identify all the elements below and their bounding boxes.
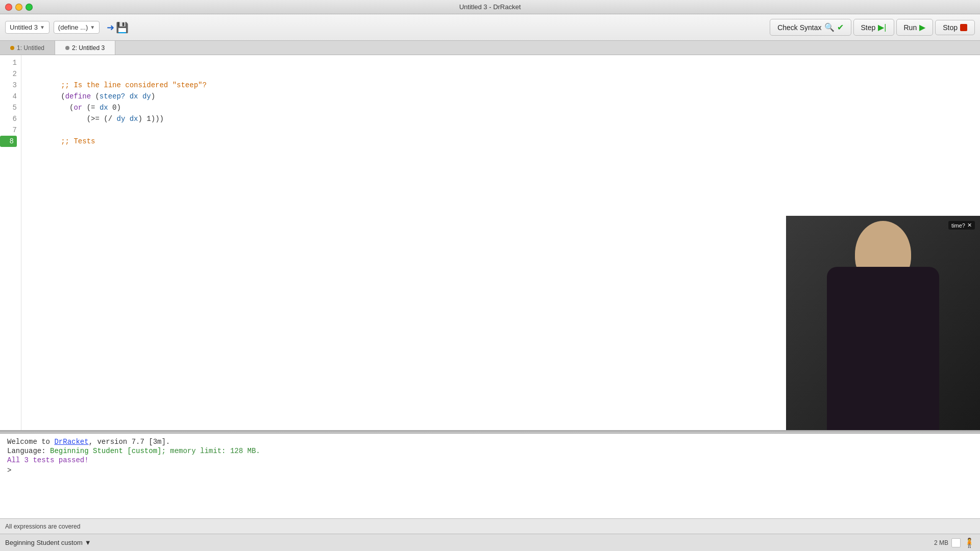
toolbar-right: Check Syntax 🔍 ✔ Step ▶| Run ▶ Stop [770,19,975,36]
language-dropdown-arrow-icon: ▼ [85,539,91,546]
memory-value: 2 MB [934,539,948,546]
line-num-8: 8 [0,136,17,147]
status-bar: All expressions are covered [0,518,980,534]
define-dropdown[interactable]: (define ...) ▼ [54,21,100,34]
language-prefix: Language: [7,447,50,455]
arrow-icon: ➜ [107,22,114,33]
window-controls [5,4,33,11]
repl-area[interactable]: Welcome to DrRacket, version 7.7 [3m]. L… [0,434,980,518]
memory-box-icon [951,538,961,547]
line-num-2: 2 [0,68,17,80]
code-line-8 [27,136,975,147]
file-dropdown[interactable]: Untitled 3 ▼ [5,21,50,34]
video-person [786,216,980,430]
line-num-1: 1 [0,57,17,68]
line-num-7: 7 [0,124,17,136]
bottom-panel: Welcome to DrRacket, version 7.7 [3m]. L… [0,434,980,551]
magnify-icon: 🔍 [824,22,835,32]
line-num-6: 6 [0,113,17,124]
tab2-label: 2: Untitled 3 [72,44,105,52]
stop-square-icon [960,24,967,31]
maximize-button[interactable] [26,4,33,11]
covered-text: All expressions are covered [5,523,975,530]
define-dropdown-arrow-icon: ▼ [90,24,95,30]
step-play-icon: ▶| [878,22,886,32]
editor-area[interactable]: 1 2 3 4 5 6 7 8 ;; Is the line considere… [0,55,980,431]
check-syntax-label: Check Syntax [777,23,821,32]
repl-prompt: > [7,466,973,474]
language-dropdown[interactable]: Beginning Student custom ▼ [5,539,91,546]
close-video-icon[interactable]: ✕ [967,222,972,229]
step-label: Step [861,23,876,32]
code-line-5: (>= (/ dy dx) 1))) [27,102,975,113]
drracket-link[interactable]: DrRacket [54,438,88,446]
check-icon: ✔ [837,22,844,32]
close-button[interactable] [5,4,12,11]
line-num-3: 3 [0,80,17,91]
language-dropdown-label: Beginning Student custom [5,539,83,546]
line-num-4: 4 [0,91,17,102]
run-label: Run [904,23,917,32]
tab1-dot-icon [10,46,14,50]
code-line-7: ;; Tests [27,124,975,136]
define-dropdown-label: (define ...) [58,23,88,31]
tab1-label: 1: Untitled [17,44,44,52]
stop-button[interactable]: Stop [935,20,975,35]
save-button[interactable]: ➜ 💾 [104,19,132,36]
code-line-2: ;; Is the line considered "steep"? [27,68,975,80]
disk-icon: 💾 [116,21,129,34]
line-num-5: 5 [0,102,17,113]
video-time-overlay: time? ✕ [948,221,975,230]
window-title: Untitled 3 - DrRacket [459,3,521,11]
welcome-prefix: Welcome to [7,438,54,446]
title-bar: Untitled 3 - DrRacket [0,0,980,14]
language-name: Beginning Student [custom] [50,447,161,455]
stop-label: Stop [943,23,958,32]
check-syntax-button[interactable]: Check Syntax 🔍 ✔ [770,19,851,36]
run-button[interactable]: Run ▶ [896,19,934,36]
run-play-icon: ▶ [919,22,925,32]
tab-2[interactable]: 2: Untitled 3 [55,41,115,55]
toolbar: Untitled 3 ▼ (define ...) ▼ ➜ 💾 Check Sy… [0,14,980,41]
comment-1: ;; Is the line considered "steep"? [61,81,207,89]
bottom-toolbar: Beginning Student custom ▼ 2 MB 🧍 [0,534,980,551]
step-button[interactable]: Step ▶| [853,19,894,36]
welcome-suffix: , version 7.7 [3m]. [89,438,170,446]
person-icon: 🧍 [964,537,975,548]
comment-2: ;; Tests [61,137,95,145]
person-silhouette [786,216,980,430]
memory-suffix: ; memory limit: 128 MB. [161,447,260,455]
tabs-bar: 1: Untitled 2: Untitled 3 [0,41,980,55]
line-numbers: 1 2 3 4 5 6 7 8 [0,55,21,430]
person-body [827,267,939,430]
main-area: 1 2 3 4 5 6 7 8 ;; Is the line considere… [0,55,980,551]
tests-passed: All 3 tests passed! [7,456,973,464]
memory-display: 2 MB 🧍 [934,537,975,548]
code-line-1 [27,57,975,68]
language-line: Language: Beginning Student [custom]; me… [7,447,973,455]
tab2-dot-icon [65,46,69,50]
tab-1[interactable]: 1: Untitled [0,41,55,55]
time-text: time? [951,222,965,229]
minimize-button[interactable] [15,4,22,11]
code-line-6 [27,113,975,124]
code-line-4: (or (= dx 0) [27,91,975,102]
file-dropdown-label: Untitled 3 [10,23,38,31]
video-overlay: time? ✕ [786,216,980,430]
welcome-text: Welcome to DrRacket, version 7.7 [3m]. [7,438,973,446]
file-dropdown-arrow-icon: ▼ [40,24,45,30]
